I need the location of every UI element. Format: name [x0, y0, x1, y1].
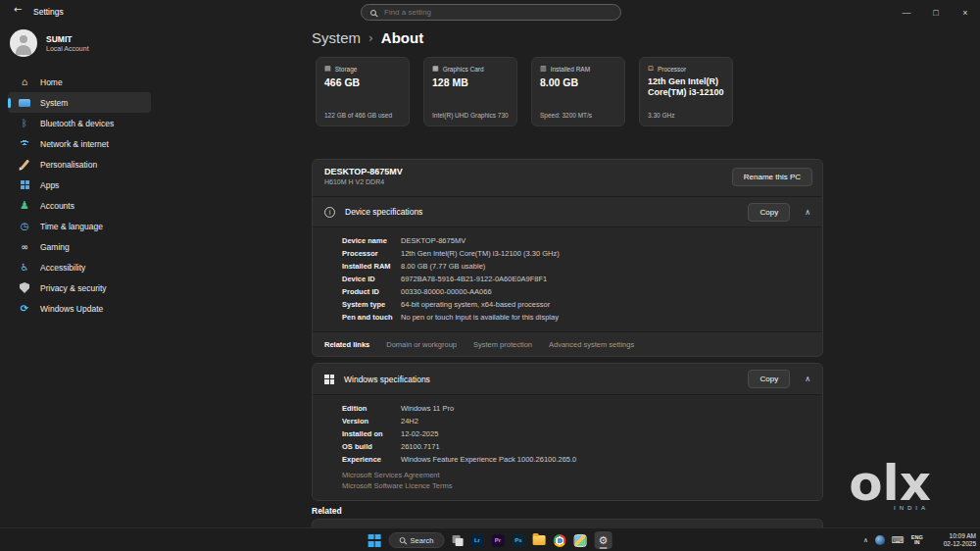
sidebar-item-gaming[interactable]: ∞ Gaming — [8, 236, 151, 257]
time-language-icon: ◷ — [18, 221, 31, 231]
apps-icon — [18, 180, 31, 189]
privacy-security-icon — [18, 282, 31, 293]
spec-label: Edition — [342, 404, 401, 413]
user-subtitle: Local Account — [46, 45, 89, 52]
processor-card: ⊡ Processor 12th Gen Intel(R) Core(TM) i… — [639, 57, 733, 126]
spec-label: Processor — [342, 249, 401, 258]
search-input[interactable] — [382, 7, 612, 18]
sidebar-item-bluetooth-devices[interactable]: ᛒ Bluetooth & devices — [8, 113, 151, 133]
folder-icon — [532, 535, 545, 545]
search-icon — [370, 10, 376, 16]
rename-pc-button[interactable]: Rename this PC — [732, 168, 812, 186]
device-panel: DESKTOP-8675MV H610M H V2 DDR4 Rename th… — [312, 159, 823, 357]
user-account-block[interactable]: SUMIT Local Account — [10, 29, 157, 63]
tray-chevron-up-icon[interactable]: ∧ — [863, 536, 868, 544]
table-row: Experience Windows Feature Experience Pa… — [342, 453, 822, 466]
card-value: 12th Gen Intel(R) Core(TM) i3-12100 — [648, 76, 724, 99]
start-button[interactable] — [368, 534, 381, 547]
sidebar-item-label: Personalisation — [40, 160, 97, 170]
link-domain-or-workgroup[interactable]: Domain or workgroup — [386, 340, 457, 349]
card-caption: 122 GB of 466 GB used — [324, 112, 392, 119]
back-icon[interactable]: ← — [14, 4, 22, 15]
spec-value: 64-bit operating system, x64-based proce… — [401, 300, 550, 309]
graphics-card-card: ▦ Graphics Card 128 MB Intel(R) UHD Grap… — [423, 57, 517, 126]
photos-app-icon — [573, 534, 586, 547]
olx-india-label: INDIA — [849, 505, 931, 511]
info-icon: i — [324, 207, 335, 218]
olx-logo: olx — [849, 459, 931, 508]
card-label: Graphics Card — [443, 66, 484, 73]
breadcrumb-chevron-icon: › — [368, 31, 373, 45]
spec-value: 24H2 — [401, 417, 418, 426]
link-microsoft-software-licence-terms[interactable]: Microsoft Software Licence Terms — [342, 480, 822, 491]
link-microsoft-services-agreement[interactable]: Microsoft Services Agreement — [342, 470, 822, 480]
sidebar-item-label: Gaming — [40, 242, 70, 252]
sidebar-item-home[interactable]: ⌂ Home — [8, 72, 151, 92]
find-a-setting-searchbox[interactable] — [361, 4, 621, 21]
table-row: System type 64-bit operating system, x64… — [342, 298, 822, 311]
ram-icon: ▥ — [540, 65, 547, 73]
personalisation-icon — [18, 159, 31, 170]
copy-windows-specs-button[interactable]: Copy — [748, 370, 790, 388]
sidebar-item-privacy-security[interactable]: Privacy & security — [8, 277, 151, 298]
device-specs-expander[interactable]: i Device specifications Copy ∧ — [313, 196, 822, 226]
chrome-button[interactable] — [553, 534, 565, 547]
system-tray: ∧ ⌨ ENG IN 10:09 AM 02-12-2025 — [863, 528, 976, 551]
copy-device-specs-button[interactable]: Copy — [748, 203, 790, 222]
sidebar-item-label: Accessibility — [40, 263, 85, 273]
device-name-header: DESKTOP-8675MV H610M H V2 DDR4 Rename th… — [313, 160, 822, 196]
sidebar-item-label: Apps — [40, 180, 59, 190]
card-caption: 3.30 GHz — [648, 112, 674, 119]
close-button[interactable]: × — [951, 0, 980, 25]
spec-value: 26100.7171 — [401, 442, 440, 451]
spec-value: Windows Feature Experience Pack 1000.261… — [401, 455, 576, 464]
network-icon — [18, 140, 31, 148]
link-advanced-system-settings[interactable]: Advanced system settings — [549, 340, 634, 349]
chevron-up-icon[interactable]: ∧ — [805, 208, 810, 217]
sidebar-item-apps[interactable]: Apps — [8, 175, 151, 195]
time-label: 10:09 AM — [944, 532, 976, 540]
sidebar-item-label: Accounts — [40, 201, 74, 211]
touch-keyboard-icon[interactable]: ⌨ — [892, 535, 905, 545]
related-links-row: Related links Domain or workgroup System… — [313, 331, 822, 356]
olx-watermark: olx INDIA — [849, 459, 931, 511]
user-name: SUMIT — [46, 34, 72, 44]
table-row: Processor 12th Gen Intel(R) Core(TM) i3-… — [342, 247, 822, 260]
sidebar-item-accounts[interactable]: ♟ Accounts — [8, 195, 151, 216]
sidebar-item-personalisation[interactable]: Personalisation — [8, 154, 151, 175]
maximize-button[interactable]: □ — [921, 0, 951, 25]
sidebar-item-accessibility[interactable]: ♿ Accessibility — [8, 257, 151, 277]
installed-ram-card: ▥ Installed RAM 8.00 GB Speed: 3200 MT/s — [531, 57, 625, 126]
chevron-up-icon[interactable]: ∧ — [805, 375, 810, 383]
premiere-icon: Pr — [491, 534, 504, 547]
breadcrumb-system[interactable]: System — [312, 29, 361, 46]
table-row: Product ID 00330-80000-00000-AA066 — [342, 285, 822, 298]
task-view-button[interactable] — [452, 535, 463, 546]
card-value: 128 MB — [432, 76, 509, 88]
link-system-protection[interactable]: System protection — [473, 340, 532, 349]
settings-app-button[interactable]: ⚙ — [594, 531, 612, 549]
windows-specs-table: Edition Windows 11 Pro Version 24H2 Inst… — [313, 394, 822, 468]
photoshop-app-button[interactable]: Ps — [512, 534, 524, 547]
sidebar-item-network-internet[interactable]: Network & internet — [8, 133, 151, 154]
spec-value: 6972BA78-5916-4B21-9122-0A60E0A9F8F1 — [401, 275, 547, 283]
file-explorer-button[interactable] — [532, 535, 545, 545]
windows-specs-expander[interactable]: Windows specifications Copy ∧ — [313, 364, 822, 394]
spec-value: No pen or touch input is available for t… — [401, 313, 559, 322]
language-indicator[interactable]: ENG IN — [911, 535, 923, 546]
sidebar-item-windows-update[interactable]: ⟳ Windows Update — [8, 298, 151, 319]
sidebar-item-system[interactable]: System — [8, 92, 151, 113]
graphics-icon: ▦ — [432, 65, 439, 73]
device-specs-title: Device specifications — [345, 207, 422, 217]
photos-app-button[interactable] — [573, 534, 586, 547]
tray-globe-icon[interactable] — [875, 535, 885, 545]
accounts-icon: ♟ — [18, 199, 31, 212]
taskbar-search-button[interactable]: Search — [389, 532, 445, 548]
spec-label: Version — [342, 417, 401, 426]
lightroom-app-button[interactable]: Lr — [470, 534, 483, 547]
sidebar-item-time-language[interactable]: ◷ Time & language — [8, 216, 151, 236]
premiere-app-button[interactable]: Pr — [491, 534, 504, 547]
clock[interactable]: 10:09 AM 02-12-2025 — [944, 532, 976, 548]
app-title: Settings — [33, 7, 64, 17]
minimize-button[interactable]: — — [892, 0, 921, 25]
